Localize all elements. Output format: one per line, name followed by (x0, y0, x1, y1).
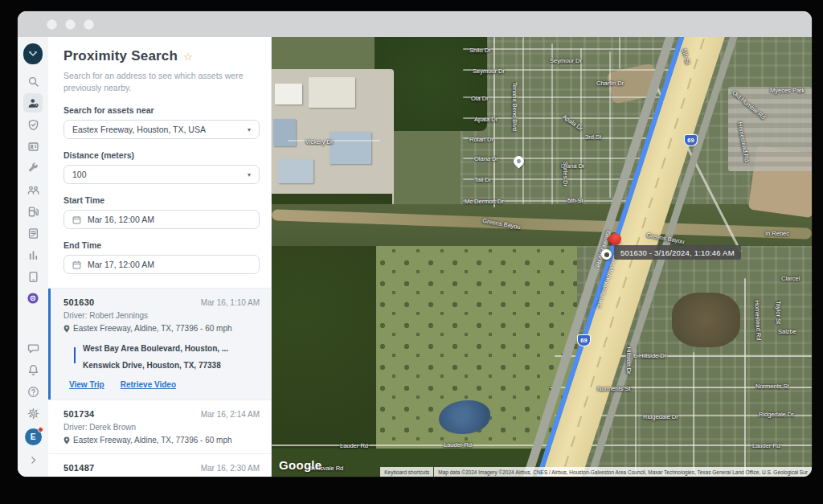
map-road-label: Surles Dr (562, 162, 569, 186)
asset-address: Eastex Freeway, Aldine, TX, 77396 - 60 m… (73, 436, 232, 445)
interstate-69-shield: 69 (577, 334, 591, 346)
app-logo-owl-icon[interactable] (23, 43, 43, 64)
start-time-label: Start Time (63, 195, 260, 205)
map-road-label: Lauder Rd (444, 441, 472, 449)
map-road-label: Seymour Dr (550, 57, 582, 64)
driver-name: Driver: Derek Brown (63, 423, 260, 432)
sidebar-item-fuel-icon[interactable] (23, 202, 43, 221)
sidebar-item-reports-bar-chart-icon[interactable] (23, 245, 43, 264)
map-road-label: Taylor St (775, 301, 782, 324)
notification-dot (38, 427, 43, 432)
map-road-label: Ridgedale Dr (643, 413, 678, 420)
map-road-label: Seymour Dr (473, 68, 505, 75)
sidebar-item-drivers-people-icon[interactable] (23, 180, 43, 199)
help-question-icon[interactable] (23, 382, 43, 401)
map-road-label: Ridgedale Dr (759, 411, 794, 418)
user-avatar[interactable]: E (25, 428, 42, 445)
satellite-map[interactable]: Interstate 69 Hwy (toll road) Eastex Fwy… (272, 37, 812, 477)
map-road-label: Tali Dr (474, 176, 491, 183)
retrieve-video-link[interactable]: Retrieve Video (121, 380, 176, 389)
distance-value: 100 (72, 170, 243, 179)
asset-id: 501487 (63, 463, 95, 473)
window-minimize-button[interactable] (65, 19, 76, 30)
trip-start-address: Kenswick Drive, Houston, TX, 77338 (83, 361, 221, 370)
page-description: Search for an address to see which asset… (63, 70, 248, 94)
map-road-label: Shilo Dr (469, 47, 491, 54)
distance-select[interactable]: 100 ▾ (63, 165, 260, 184)
map-road-label: Myeces Park (770, 87, 805, 94)
page-title: Proximity Search (63, 48, 178, 64)
map-road-label: Olana Dr (474, 155, 498, 162)
google-logo[interactable]: Google (279, 458, 321, 472)
attribution-text: Map data ©2024 Imagery ©2024 Airbus, CNE… (434, 467, 812, 477)
location-pin-icon (63, 436, 70, 445)
chevron-down-icon: ▾ (248, 126, 251, 133)
collapse-chevron-right-icon[interactable] (23, 450, 43, 469)
settings-gear-icon[interactable] (23, 404, 43, 423)
sidebar-item-devices-tablet-icon[interactable] (23, 267, 43, 286)
window-close-button[interactable] (47, 19, 57, 30)
result-item-501487[interactable]: 501487 Mar 16, 2:30 AM Driver: Allen Irv… (48, 453, 271, 477)
asset-time: Mar 16, 1:10 AM (201, 298, 260, 307)
app-window: E Proximity Search ☆ Search for an addre… (18, 11, 812, 477)
view-trip-link[interactable]: View Trip (69, 380, 104, 389)
end-time-input[interactable]: Mar 17, 12:00 AM (63, 255, 260, 274)
distance-label: Distance (meters) (63, 150, 260, 160)
map-road-label: Chartin Dr (596, 80, 624, 87)
map-attribution: Keyboard shortcuts Map data ©2024 Imager… (380, 467, 812, 477)
map-greens-bayou (272, 204, 812, 246)
map-road-label: Mc Dermott Dr (465, 198, 504, 205)
map-cleared-field (672, 293, 740, 347)
start-time-input[interactable]: Mar 16, 12:00 AM (63, 210, 260, 229)
map-road-label: Norments St (597, 385, 631, 392)
window-titlebar[interactable] (18, 11, 812, 37)
map-road-label: Salzbe (778, 328, 796, 335)
sidebar-item-apps-purple-icon[interactable] (23, 289, 43, 308)
search-icon[interactable] (23, 72, 43, 91)
asset-tooltip: 501630 - 3/16/2024, 1:10:46 AM (614, 245, 741, 260)
asset-time: Mar 16, 2:30 AM (201, 464, 260, 473)
asset-address: Eastex Freeway, Aldine, TX, 77396 - 60 m… (73, 324, 232, 333)
nav-sidebar: E (18, 37, 48, 477)
sidebar-item-safety-shield-icon[interactable] (23, 115, 43, 134)
trip-end-address: West Bay Area Boulevard, Houston, ... (83, 344, 228, 353)
notifications-bell-icon[interactable] (23, 360, 43, 379)
map-road-label: Lauder Rd (340, 442, 368, 449)
sidebar-item-id-card-icon[interactable] (23, 137, 43, 156)
map-road-label: Ola Dr (471, 95, 489, 102)
search-results-list: 501630 Mar 16, 1:10 AM Driver: Robert Je… (48, 288, 271, 477)
trip-summary: B West Bay Area Boulevard, Houston, ... … (69, 340, 260, 374)
assets-near-select[interactable]: Eastex Freeway, Houston, TX, USA ▾ (63, 120, 260, 139)
calendar-icon (72, 215, 81, 224)
sidebar-item-maintenance-wrench-icon[interactable] (23, 158, 43, 178)
sidebar-item-proximity-search[interactable] (23, 93, 43, 113)
map-road-label: Tenaha Bend Blvd (511, 82, 518, 131)
chevron-down-icon: ▾ (248, 171, 251, 178)
end-time-value: Mar 17, 12:00 AM (88, 260, 251, 269)
feedback-chat-icon[interactable] (23, 338, 43, 358)
calendar-icon (72, 260, 81, 269)
trip-route-line (74, 347, 76, 363)
map-road-label: Clarcel (781, 275, 800, 282)
map-road-label: 5th St (567, 197, 583, 204)
map-road-label: 3rd St (585, 133, 601, 141)
result-item-501734[interactable]: 501734 Mar 16, 2:14 AM Driver: Derek Bro… (48, 400, 271, 453)
map-road-label: Rotan Dr (469, 136, 493, 143)
keyboard-shortcuts-link[interactable]: Keyboard shortcuts (380, 467, 433, 477)
map-industrial-area (272, 69, 394, 206)
sidebar-item-forms-document-icon[interactable] (23, 223, 43, 243)
map-road-label: Apala Dr (474, 116, 497, 123)
proximity-search-panel: Proximity Search ☆ Search for an address… (48, 37, 272, 477)
asset-point-marker[interactable] (601, 249, 612, 260)
result-item-501630[interactable]: 501630 Mar 16, 1:10 AM Driver: Robert Je… (48, 288, 271, 400)
asset-time: Mar 16, 2:14 AM (201, 410, 260, 419)
interstate-69-shield: 69 (684, 134, 698, 146)
window-maximize-button[interactable] (84, 19, 94, 30)
assets-near-label: Search for assets near (63, 105, 260, 115)
map-road-label: Vickery Dr (305, 138, 333, 145)
asset-id: 501734 (63, 409, 95, 419)
favorite-star-icon[interactable]: ☆ (183, 51, 193, 63)
asset-id: 501630 (63, 297, 95, 307)
end-time-label: End Time (63, 240, 260, 250)
avatar-initial: E (31, 432, 36, 441)
